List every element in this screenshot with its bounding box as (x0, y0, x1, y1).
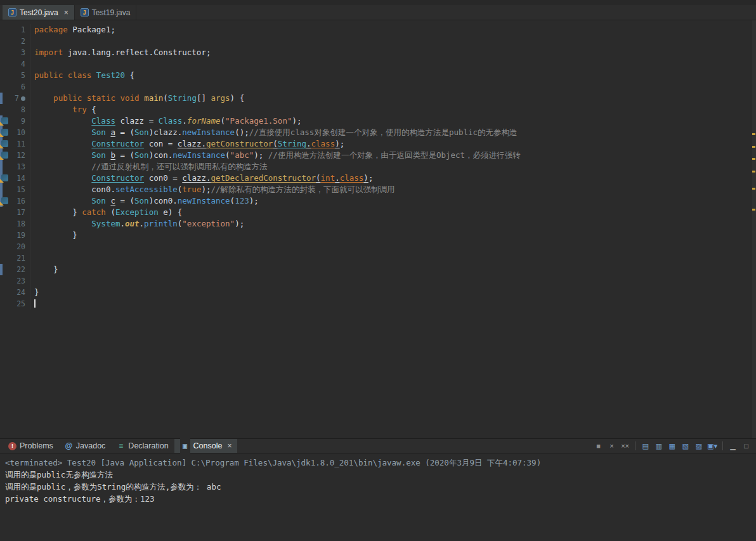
line-ruler[interactable] (0, 241, 10, 252)
line-ruler[interactable] (0, 58, 10, 70)
line-ruler[interactable] (0, 287, 10, 298)
line-ruler[interactable] (0, 184, 10, 195)
code-line[interactable]: 3import java.lang.reflect.Constructor; (0, 47, 756, 58)
view-tab-problems[interactable]: !Problems (3, 439, 59, 453)
line-ruler[interactable] (0, 207, 10, 218)
code-line[interactable]: 17 } catch (Exception e) { (0, 207, 756, 218)
view-tab-declaration[interactable]: ≡Declaration (111, 439, 174, 453)
line-ruler[interactable] (0, 138, 10, 150)
overview-warning-mark[interactable] (752, 146, 755, 148)
line-ruler[interactable] (0, 81, 10, 93)
line-ruler[interactable] (0, 173, 10, 184)
warning-marker-icon[interactable] (1, 140, 8, 147)
line-ruler[interactable] (0, 252, 10, 264)
maximize-view-icon[interactable]: □ (741, 441, 751, 451)
code-line[interactable]: 8 try { (0, 104, 756, 115)
code-line[interactable]: 5public class Test20 { (0, 70, 756, 81)
tab-close-icon[interactable]: × (64, 9, 68, 16)
console-output[interactable]: 调用的是public无参构造方法调用的是public，参数为String的构造方… (5, 469, 751, 505)
overview-warning-mark[interactable] (752, 158, 755, 160)
toolbar-separator (722, 441, 723, 450)
overview-ruler[interactable] (751, 20, 756, 438)
code-line[interactable]: 13 //通过反射机制，还可以强制调用私有的构造方法 (0, 161, 756, 173)
line-ruler[interactable] (0, 195, 10, 207)
line-ruler[interactable] (0, 70, 10, 81)
code-line[interactable]: 1package Package1; (0, 24, 756, 36)
line-ruler[interactable] (0, 150, 10, 161)
scroll-lock-icon[interactable]: ▥ (654, 441, 663, 451)
editor-tabbar: JTest20.java×JTest19.java (0, 5, 756, 20)
line-ruler[interactable] (0, 275, 10, 287)
view-tab-console[interactable]: ▣Console× (174, 439, 238, 453)
line-ruler[interactable] (0, 93, 10, 104)
editor-area[interactable]: 1package Package1;23import java.lang.ref… (0, 20, 756, 438)
bottom-tabbar: !Problems@Javadoc≡Declaration▣Console× ■… (0, 438, 756, 453)
code-line[interactable]: 12 Son b = (Son)con.newInstance("abc"); … (0, 150, 756, 161)
line-number: 6 (10, 81, 30, 93)
code-line[interactable]: 9 Class clazz = Class.forName("Package1.… (0, 115, 756, 127)
code-line[interactable]: 2 (0, 36, 756, 47)
code-line[interactable]: 10 Son a = (Son)clazz.newInstance();//直接… (0, 127, 756, 138)
line-ruler[interactable] (0, 24, 10, 36)
code-line[interactable]: 18 System.out.println("exception"); (0, 218, 756, 230)
pin-console-icon[interactable]: ▨ (694, 441, 703, 451)
breakpoint-dot[interactable] (21, 96, 25, 101)
code-text: System.out.println("exception"); (30, 218, 756, 230)
window-top-strip (0, 0, 756, 5)
code-text (30, 81, 756, 93)
javadoc-icon: @ (65, 442, 73, 450)
overview-warning-mark[interactable] (752, 171, 755, 173)
editor-tab[interactable]: JTest19.java (75, 5, 137, 20)
line-ruler[interactable] (0, 47, 10, 58)
code-text: try { (30, 104, 756, 115)
code-line[interactable]: 20 (0, 241, 756, 252)
code-line[interactable]: 22 } (0, 264, 756, 275)
view-tab-label: Javadoc (76, 441, 106, 450)
open-console-icon[interactable]: ▣▾ (707, 441, 717, 451)
line-ruler[interactable] (0, 127, 10, 138)
code-line[interactable]: 7 public static void main(String[] args)… (0, 93, 756, 104)
line-ruler[interactable] (0, 161, 10, 173)
line-ruler[interactable] (0, 264, 10, 275)
line-number: 1 (10, 24, 30, 36)
code-line[interactable]: 25 (0, 298, 756, 310)
view-tab-javadoc[interactable]: @Javadoc (59, 439, 112, 453)
editor-tab[interactable]: JTest20.java× (3, 5, 75, 20)
line-ruler[interactable] (0, 104, 10, 115)
warning-marker-icon[interactable] (1, 129, 8, 136)
code-line[interactable]: 19 } (0, 230, 756, 241)
terminate-icon[interactable]: ■ (594, 441, 603, 451)
overview-warning-mark[interactable] (752, 209, 755, 211)
line-ruler[interactable] (0, 298, 10, 310)
console-line: private constructure，参数为：123 (5, 493, 751, 505)
warning-marker-icon[interactable] (1, 174, 8, 181)
overview-warning-mark[interactable] (752, 188, 755, 190)
code-line[interactable]: 14 Constructor con0 = clazz.getDeclaredC… (0, 173, 756, 184)
code-line[interactable]: 21 (0, 252, 756, 264)
line-ruler[interactable] (0, 36, 10, 47)
overview-warning-mark[interactable] (752, 133, 755, 135)
warning-marker-icon[interactable] (1, 152, 8, 159)
code-line[interactable]: 23 (0, 275, 756, 287)
console-view[interactable]: <terminated> Test20 [Java Application] C… (0, 453, 756, 541)
code-line[interactable]: 24} (0, 287, 756, 298)
line-ruler[interactable] (0, 218, 10, 230)
code-line[interactable]: 11 Constructor con = clazz.getConstructo… (0, 138, 756, 150)
warning-marker-icon[interactable] (1, 117, 8, 124)
show-stderr-console-icon[interactable]: ▧ (681, 441, 690, 451)
line-ruler[interactable] (0, 115, 10, 127)
tab-close-icon[interactable]: × (227, 442, 231, 450)
code-text (30, 275, 756, 287)
remove-all-launches-icon[interactable]: ×× (620, 441, 630, 451)
code-line[interactable]: 6 (0, 81, 756, 93)
code-line[interactable]: 15 con0.setAccessible(true);//解除私有的构造方法的… (0, 184, 756, 195)
show-stdout-console-icon[interactable]: ▦ (667, 441, 677, 451)
line-ruler[interactable] (0, 230, 10, 241)
clear-console-icon[interactable]: ▤ (641, 441, 650, 451)
line-number: 17 (10, 207, 30, 218)
minimize-view-icon[interactable]: ▁ (728, 441, 738, 451)
code-line[interactable]: 4 (0, 58, 756, 70)
warning-marker-icon[interactable] (1, 197, 8, 204)
code-line[interactable]: 16 Son c = (Son)con0.newInstance(123); (0, 195, 756, 207)
remove-launch-icon[interactable]: × (607, 441, 616, 451)
